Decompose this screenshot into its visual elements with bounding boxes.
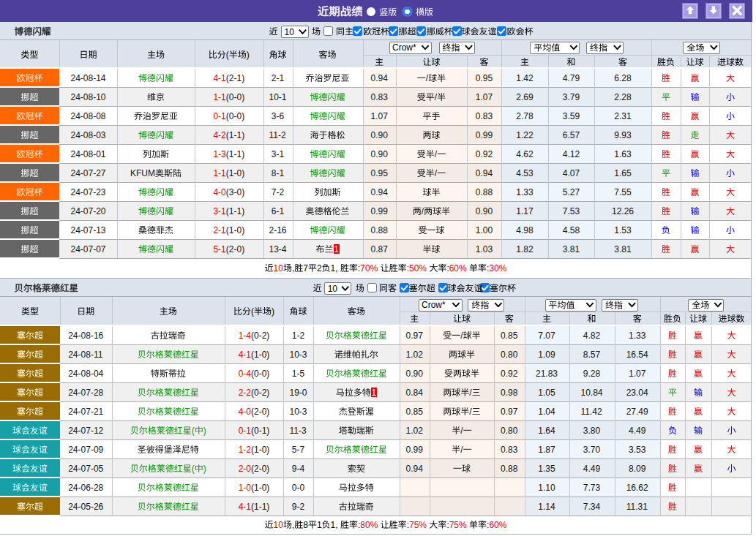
svg-text:70%: 70% bbox=[360, 263, 378, 273]
svg-text:1.02: 1.02 bbox=[406, 350, 424, 360]
svg-text:(1-0): (1-0) bbox=[251, 483, 269, 493]
svg-text:10: 10 bbox=[274, 520, 284, 530]
svg-text:): ) bbox=[203, 464, 206, 474]
svg-text:(1-1): (1-1) bbox=[226, 149, 244, 159]
svg-text:/: / bbox=[460, 331, 463, 341]
svg-text:80%: 80% bbox=[360, 520, 378, 530]
svg-text:8.09: 8.09 bbox=[629, 464, 646, 474]
svg-text:(2-0): (2-0) bbox=[251, 407, 269, 417]
svg-text:3-1: 3-1 bbox=[213, 206, 226, 216]
svg-text:7.07: 7.07 bbox=[538, 331, 555, 341]
svg-text:50%: 50% bbox=[409, 263, 427, 273]
svg-text:4.12: 4.12 bbox=[563, 149, 580, 159]
svg-text:1.07: 1.07 bbox=[629, 369, 646, 379]
svg-text:/: / bbox=[435, 168, 438, 178]
svg-text:4.98: 4.98 bbox=[516, 225, 534, 235]
svg-text:1-1: 1-1 bbox=[213, 168, 226, 178]
svg-text:0.97: 0.97 bbox=[501, 407, 518, 417]
svg-text:9.28: 9.28 bbox=[583, 369, 601, 379]
svg-text:0-4: 0-4 bbox=[239, 369, 252, 379]
svg-text:4-1: 4-1 bbox=[239, 502, 252, 512]
svg-text:1.10: 1.10 bbox=[538, 483, 555, 493]
svg-text:0-1: 0-1 bbox=[213, 111, 226, 121]
svg-text:1: 1 bbox=[371, 388, 376, 398]
svg-text:1.03: 1.03 bbox=[476, 244, 493, 254]
svg-text:6-1: 6-1 bbox=[272, 206, 285, 216]
svg-text:7: 7 bbox=[303, 263, 308, 273]
svg-text:24-07-12: 24-07-12 bbox=[68, 426, 103, 436]
svg-text:Crow*: Crow* bbox=[422, 300, 446, 310]
svg-text:0.94: 0.94 bbox=[371, 73, 389, 83]
svg-text:10-1: 10-1 bbox=[269, 92, 287, 102]
svg-text:9-4: 9-4 bbox=[292, 464, 305, 474]
svg-text:10: 10 bbox=[274, 263, 284, 273]
svg-text:3-1: 3-1 bbox=[272, 149, 285, 159]
svg-text:3.70: 3.70 bbox=[583, 445, 601, 455]
svg-text:24-08-16: 24-08-16 bbox=[68, 331, 103, 341]
svg-text:0.92: 0.92 bbox=[476, 149, 493, 159]
svg-text:): ) bbox=[247, 50, 250, 60]
svg-text:0.94: 0.94 bbox=[371, 187, 389, 197]
svg-text:2-2: 2-2 bbox=[239, 388, 252, 398]
svg-text:5-7: 5-7 bbox=[292, 445, 305, 455]
svg-text:1.82: 1.82 bbox=[516, 244, 534, 254]
svg-text:(0-1): (0-1) bbox=[251, 426, 269, 436]
svg-text:3.81: 3.81 bbox=[563, 244, 580, 254]
svg-text:24-07-28: 24-07-28 bbox=[68, 388, 103, 398]
svg-text:0.85: 0.85 bbox=[501, 331, 518, 341]
svg-text:0.80: 0.80 bbox=[501, 426, 518, 436]
svg-text:0.87: 0.87 bbox=[371, 244, 389, 254]
svg-text:1: 1 bbox=[317, 520, 322, 530]
svg-text:0.80: 0.80 bbox=[501, 350, 518, 360]
svg-text:3-6: 3-6 bbox=[272, 111, 285, 121]
svg-text:0.99: 0.99 bbox=[406, 445, 424, 455]
svg-text:0-0: 0-0 bbox=[292, 483, 305, 493]
svg-text:(2-0): (2-0) bbox=[251, 464, 269, 474]
svg-text:(: ( bbox=[226, 50, 229, 60]
svg-text:/: / bbox=[469, 388, 472, 398]
svg-text:2-16: 2-16 bbox=[269, 225, 287, 235]
svg-text:12.26: 12.26 bbox=[612, 206, 634, 216]
svg-text:8-1: 8-1 bbox=[272, 168, 285, 178]
svg-text:0.84: 0.84 bbox=[406, 388, 424, 398]
svg-text:(2-1): (2-1) bbox=[226, 73, 244, 83]
svg-text:60%: 60% bbox=[489, 520, 506, 530]
svg-text:4-1: 4-1 bbox=[239, 350, 252, 360]
svg-text:0.88: 0.88 bbox=[371, 225, 389, 235]
svg-text:1-0: 1-0 bbox=[239, 483, 252, 493]
svg-text:4.49: 4.49 bbox=[629, 426, 646, 436]
svg-text:16.54: 16.54 bbox=[626, 350, 648, 360]
svg-text:24-08-11: 24-08-11 bbox=[68, 350, 102, 360]
svg-text:0.90: 0.90 bbox=[476, 206, 493, 216]
svg-text:24-07-20: 24-07-20 bbox=[71, 206, 106, 216]
svg-text:8: 8 bbox=[303, 520, 308, 530]
svg-text:4-1: 4-1 bbox=[213, 73, 226, 83]
svg-text:1.09: 1.09 bbox=[538, 350, 555, 360]
svg-text:/: / bbox=[469, 407, 472, 417]
svg-text:10-3: 10-3 bbox=[290, 407, 307, 417]
svg-text:7.34: 7.34 bbox=[583, 502, 601, 512]
svg-text:11-3: 11-3 bbox=[290, 426, 307, 436]
svg-text:/: / bbox=[435, 92, 438, 102]
svg-text:5.27: 5.27 bbox=[563, 187, 580, 197]
svg-text:(0-2): (0-2) bbox=[251, 388, 269, 398]
svg-text:23.04: 23.04 bbox=[626, 388, 648, 398]
svg-text:24-07-09: 24-07-09 bbox=[68, 445, 103, 455]
svg-text:6.57: 6.57 bbox=[563, 130, 580, 140]
svg-text:0-1: 0-1 bbox=[239, 426, 252, 436]
svg-text:10: 10 bbox=[285, 27, 295, 37]
svg-text:7.53: 7.53 bbox=[563, 206, 580, 216]
svg-text:1,: 1, bbox=[331, 263, 340, 273]
svg-text:4.53: 4.53 bbox=[516, 168, 534, 178]
svg-text:3.79: 3.79 bbox=[563, 92, 580, 102]
svg-text:0.94: 0.94 bbox=[476, 168, 493, 178]
svg-text:1.64: 1.64 bbox=[538, 426, 555, 436]
svg-text:0.85: 0.85 bbox=[406, 407, 424, 417]
svg-text:1.63: 1.63 bbox=[614, 149, 632, 159]
svg-text:/: / bbox=[422, 206, 424, 216]
svg-text:1: 1 bbox=[334, 244, 339, 254]
svg-text:2.31: 2.31 bbox=[614, 111, 632, 121]
svg-text:1-4: 1-4 bbox=[239, 331, 252, 341]
svg-text:4-2: 4-2 bbox=[213, 130, 226, 140]
svg-text:1.17: 1.17 bbox=[516, 206, 534, 216]
